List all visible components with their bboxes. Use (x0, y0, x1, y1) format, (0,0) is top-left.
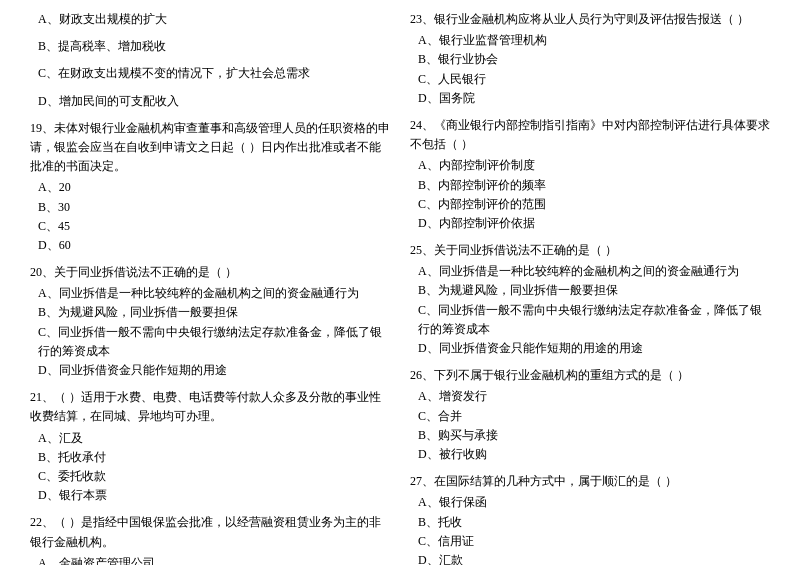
option-c: C、合并 (410, 407, 770, 426)
question-24: 24、《商业银行内部控制指引指南》中对内部控制评估进行具体要求不包括（ ） A、… (410, 116, 770, 233)
option-c: C、内部控制评价的范围 (410, 195, 770, 214)
option-d: D、被行收购 (410, 445, 770, 464)
question-26: 26、下列不属于银行业金融机构的重组方式的是（ ） A、增资发行 C、合并 B、… (410, 366, 770, 464)
option-a: A、汇及 (30, 429, 390, 448)
right-column: 23、银行业金融机构应将从业人员行为守则及评估报告报送（ ） A、银行业监督管理… (400, 10, 770, 565)
option-d: D、银行本票 (30, 486, 390, 505)
option-c: C、人民银行 (410, 70, 770, 89)
option-a: A、内部控制评价制度 (410, 156, 770, 175)
option-c: C、同业拆借一般不需向中央银行缴纳法定存款准备金，降低了银行的筹资成本 (410, 301, 770, 339)
option-text: A、财政支出规模的扩大 (30, 10, 390, 29)
question-title: 19、未体对银行业金融机构审查董事和高级管理人员的任职资格的申请，银监会应当在自… (30, 119, 390, 177)
option-c: C、同业拆借一般不需向中央银行缴纳法定存款准备金，降低了银行的筹资成本 (30, 323, 390, 361)
page-content: A、财政支出规模的扩大 B、提高税率、增加税收 C、在财政支出规模不变的情况下，… (30, 10, 770, 565)
question-20: 20、关于同业拆借说法不正确的是（ ） A、同业拆借是一种比较纯粹的金融机构之间… (30, 263, 390, 380)
option-d: D、国务院 (410, 89, 770, 108)
option-d: D、同业拆借资金只能作短期的用途的用途 (410, 339, 770, 358)
question-title: 24、《商业银行内部控制指引指南》中对内部控制评估进行具体要求不包括（ ） (410, 116, 770, 154)
option-a-fiscal: A、财政支出规模的扩大 (30, 10, 390, 29)
question-22: 22、（ ）是指经中国银保监会批准，以经营融资租赁业务为主的非银行金融机构。 A… (30, 513, 390, 565)
question-title: 23、银行业金融机构应将从业人员行为守则及评估报告报送（ ） (410, 10, 770, 29)
question-19: 19、未体对银行业金融机构审查董事和高级管理人员的任职资格的申请，银监会应当在自… (30, 119, 390, 255)
question-title: 26、下列不属于银行业金融机构的重组方式的是（ ） (410, 366, 770, 385)
option-a: A、银行保函 (410, 493, 770, 512)
question-title: 22、（ ）是指经中国银保监会批准，以经营融资租赁业务为主的非银行金融机构。 (30, 513, 390, 551)
option-c: C、委托收款 (30, 467, 390, 486)
question-title: 21、（ ）适用于水费、电费、电话费等付款人众多及分散的事业性收费结算，在同城、… (30, 388, 390, 426)
option-d: D、60 (30, 236, 390, 255)
option-d: D、同业拆借资金只能作短期的用途 (30, 361, 390, 380)
question-21: 21、（ ）适用于水费、电费、电话费等付款人众多及分散的事业性收费结算，在同城、… (30, 388, 390, 505)
option-b: B、内部控制评价的频率 (410, 176, 770, 195)
option-b: B、为规避风险，同业拆借一般要担保 (410, 281, 770, 300)
option-text: B、提高税率、增加税收 (30, 37, 390, 56)
question-23: 23、银行业金融机构应将从业人员行为守则及评估报告报送（ ） A、银行业监督管理… (410, 10, 770, 108)
option-c-expand: C、在财政支出规模不变的情况下，扩大社会总需求 (30, 64, 390, 83)
question-title: 20、关于同业拆借说法不正确的是（ ） (30, 263, 390, 282)
option-b: B、托收承付 (30, 448, 390, 467)
option-b: B、托收 (410, 513, 770, 532)
option-b: B、购买与承接 (410, 426, 770, 445)
option-a: A、银行业监督管理机构 (410, 31, 770, 50)
question-title: 27、在国际结算的几种方式中，属于顺汇的是（ ） (410, 472, 770, 491)
option-d: D、内部控制评价依据 (410, 214, 770, 233)
option-a: A、同业拆借是一种比较纯粹的金融机构之间的资金融通行为 (30, 284, 390, 303)
option-a: A、金融资产管理公司 (30, 554, 390, 565)
question-25: 25、关于同业拆借说法不正确的是（ ） A、同业拆借是一种比较纯粹的金融机构之间… (410, 241, 770, 358)
option-c: C、信用证 (410, 532, 770, 551)
option-b: B、银行业协会 (410, 50, 770, 69)
option-d-income: D、增加民间的可支配收入 (30, 92, 390, 111)
left-column: A、财政支出规模的扩大 B、提高税率、增加税收 C、在财政支出规模不变的情况下，… (30, 10, 400, 565)
option-d: D、汇款 (410, 551, 770, 565)
question-27: 27、在国际结算的几种方式中，属于顺汇的是（ ） A、银行保函 B、托收 C、信… (410, 472, 770, 565)
option-a: A、同业拆借是一种比较纯粹的金融机构之间的资金融通行为 (410, 262, 770, 281)
option-a: A、增资发行 (410, 387, 770, 406)
option-b: B、30 (30, 198, 390, 217)
option-b: B、为规避风险，同业拆借一般要担保 (30, 303, 390, 322)
option-c: C、45 (30, 217, 390, 236)
option-a: A、20 (30, 178, 390, 197)
option-b-tax: B、提高税率、增加税收 (30, 37, 390, 56)
option-text: D、增加民间的可支配收入 (30, 92, 390, 111)
question-title: 25、关于同业拆借说法不正确的是（ ） (410, 241, 770, 260)
option-text: C、在财政支出规模不变的情况下，扩大社会总需求 (30, 64, 390, 83)
